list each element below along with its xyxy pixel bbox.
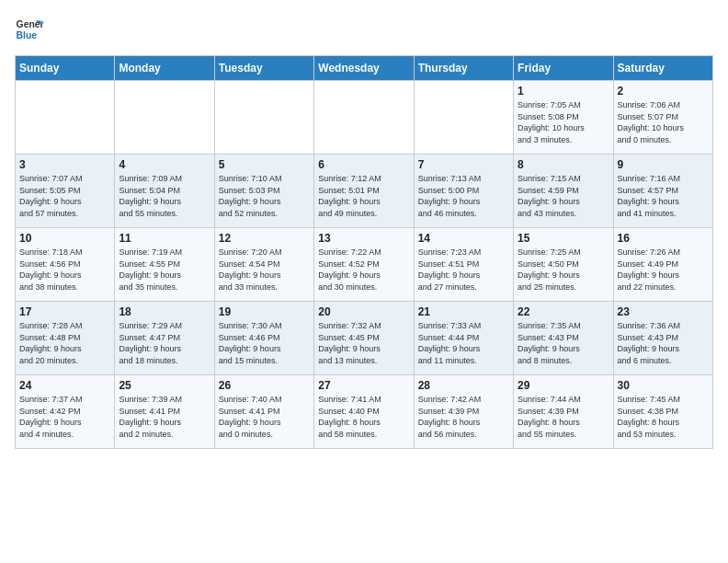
logo-icon: General Blue — [15, 15, 44, 44]
day-number: 20 — [318, 305, 409, 318]
day-number: 28 — [418, 379, 509, 392]
day-number: 21 — [418, 305, 509, 318]
svg-text:Blue: Blue — [17, 30, 38, 40]
day-info: Sunrise: 7:30 AM Sunset: 4:46 PM Dayligh… — [219, 320, 310, 366]
calendar-day-cell: 12Sunrise: 7:20 AM Sunset: 4:54 PM Dayli… — [214, 228, 313, 302]
column-header-sunday: Sunday — [16, 56, 115, 81]
column-header-friday: Friday — [514, 56, 613, 81]
day-info: Sunrise: 7:06 AM Sunset: 5:07 PM Dayligh… — [618, 99, 709, 145]
column-header-wednesday: Wednesday — [314, 56, 414, 81]
calendar-day-cell: 22Sunrise: 7:35 AM Sunset: 4:43 PM Dayli… — [514, 302, 613, 375]
day-number: 29 — [518, 379, 609, 392]
calendar-day-cell: 28Sunrise: 7:42 AM Sunset: 4:39 PM Dayli… — [414, 375, 513, 449]
day-info: Sunrise: 7:29 AM Sunset: 4:47 PM Dayligh… — [119, 320, 210, 366]
calendar-day-cell: 30Sunrise: 7:45 AM Sunset: 4:38 PM Dayli… — [613, 375, 712, 449]
calendar-day-cell — [214, 81, 313, 155]
day-number: 4 — [119, 158, 210, 171]
day-number: 22 — [518, 305, 609, 318]
day-number: 26 — [219, 379, 310, 392]
day-info: Sunrise: 7:40 AM Sunset: 4:41 PM Dayligh… — [219, 394, 310, 440]
day-info: Sunrise: 7:20 AM Sunset: 4:54 PM Dayligh… — [219, 247, 310, 293]
day-info: Sunrise: 7:19 AM Sunset: 4:55 PM Dayligh… — [119, 247, 210, 293]
day-info: Sunrise: 7:35 AM Sunset: 4:43 PM Dayligh… — [518, 320, 609, 366]
calendar-day-cell: 5Sunrise: 7:10 AM Sunset: 5:03 PM Daylig… — [214, 155, 313, 228]
column-header-tuesday: Tuesday — [214, 56, 313, 81]
calendar-day-cell: 10Sunrise: 7:18 AM Sunset: 4:56 PM Dayli… — [16, 228, 115, 302]
day-number: 12 — [219, 232, 310, 245]
column-header-saturday: Saturday — [613, 56, 712, 81]
calendar-day-cell: 4Sunrise: 7:09 AM Sunset: 5:04 PM Daylig… — [115, 155, 214, 228]
calendar-week-row: 3Sunrise: 7:07 AM Sunset: 5:05 PM Daylig… — [16, 155, 713, 228]
calendar-day-cell: 21Sunrise: 7:33 AM Sunset: 4:44 PM Dayli… — [414, 302, 513, 375]
day-info: Sunrise: 7:05 AM Sunset: 5:08 PM Dayligh… — [518, 99, 609, 145]
day-number: 9 — [618, 158, 709, 171]
day-info: Sunrise: 7:22 AM Sunset: 4:52 PM Dayligh… — [318, 247, 409, 293]
day-info: Sunrise: 7:41 AM Sunset: 4:40 PM Dayligh… — [318, 394, 409, 440]
calendar-day-cell: 8Sunrise: 7:15 AM Sunset: 4:59 PM Daylig… — [514, 155, 613, 228]
day-info: Sunrise: 7:09 AM Sunset: 5:04 PM Dayligh… — [119, 173, 210, 219]
day-number: 24 — [19, 379, 110, 392]
day-number: 25 — [119, 379, 210, 392]
day-info: Sunrise: 7:10 AM Sunset: 5:03 PM Dayligh… — [219, 173, 310, 219]
calendar-day-cell: 24Sunrise: 7:37 AM Sunset: 4:42 PM Dayli… — [16, 375, 115, 449]
day-number: 11 — [119, 232, 210, 245]
day-info: Sunrise: 7:23 AM Sunset: 4:51 PM Dayligh… — [418, 247, 509, 293]
header: General Blue — [15, 15, 713, 44]
day-info: Sunrise: 7:37 AM Sunset: 4:42 PM Dayligh… — [19, 394, 110, 440]
calendar-day-cell: 18Sunrise: 7:29 AM Sunset: 4:47 PM Dayli… — [115, 302, 214, 375]
calendar-day-cell — [16, 81, 115, 155]
day-info: Sunrise: 7:45 AM Sunset: 4:38 PM Dayligh… — [618, 394, 709, 440]
calendar-day-cell: 2Sunrise: 7:06 AM Sunset: 5:07 PM Daylig… — [613, 81, 712, 155]
day-info: Sunrise: 7:16 AM Sunset: 4:57 PM Dayligh… — [618, 173, 709, 219]
calendar-day-cell: 19Sunrise: 7:30 AM Sunset: 4:46 PM Dayli… — [214, 302, 313, 375]
calendar-day-cell: 20Sunrise: 7:32 AM Sunset: 4:45 PM Dayli… — [314, 302, 414, 375]
calendar-day-cell: 23Sunrise: 7:36 AM Sunset: 4:43 PM Dayli… — [613, 302, 712, 375]
calendar-day-cell: 25Sunrise: 7:39 AM Sunset: 4:41 PM Dayli… — [115, 375, 214, 449]
day-info: Sunrise: 7:33 AM Sunset: 4:44 PM Dayligh… — [418, 320, 509, 366]
day-number: 7 — [418, 158, 509, 171]
calendar-day-cell: 6Sunrise: 7:12 AM Sunset: 5:01 PM Daylig… — [314, 155, 414, 228]
day-number: 16 — [618, 232, 709, 245]
calendar-week-row: 1Sunrise: 7:05 AM Sunset: 5:08 PM Daylig… — [16, 81, 713, 155]
day-info: Sunrise: 7:12 AM Sunset: 5:01 PM Dayligh… — [318, 173, 409, 219]
day-info: Sunrise: 7:42 AM Sunset: 4:39 PM Dayligh… — [418, 394, 509, 440]
calendar-day-cell: 29Sunrise: 7:44 AM Sunset: 4:39 PM Dayli… — [514, 375, 613, 449]
day-number: 3 — [19, 158, 110, 171]
day-number: 8 — [518, 158, 609, 171]
calendar-day-cell: 26Sunrise: 7:40 AM Sunset: 4:41 PM Dayli… — [214, 375, 313, 449]
calendar-week-row: 17Sunrise: 7:28 AM Sunset: 4:48 PM Dayli… — [16, 302, 713, 375]
calendar-day-cell: 11Sunrise: 7:19 AM Sunset: 4:55 PM Dayli… — [115, 228, 214, 302]
calendar-day-cell: 17Sunrise: 7:28 AM Sunset: 4:48 PM Dayli… — [16, 302, 115, 375]
calendar-day-cell — [314, 81, 414, 155]
column-header-monday: Monday — [115, 56, 214, 81]
day-info: Sunrise: 7:07 AM Sunset: 5:05 PM Dayligh… — [19, 173, 110, 219]
day-number: 19 — [219, 305, 310, 318]
day-number: 6 — [318, 158, 409, 171]
calendar-day-cell: 3Sunrise: 7:07 AM Sunset: 5:05 PM Daylig… — [16, 155, 115, 228]
calendar-week-row: 10Sunrise: 7:18 AM Sunset: 4:56 PM Dayli… — [16, 228, 713, 302]
calendar-day-cell: 14Sunrise: 7:23 AM Sunset: 4:51 PM Dayli… — [414, 228, 513, 302]
day-number: 30 — [618, 379, 709, 392]
day-number: 27 — [318, 379, 409, 392]
day-info: Sunrise: 7:28 AM Sunset: 4:48 PM Dayligh… — [19, 320, 110, 366]
day-number: 18 — [119, 305, 210, 318]
day-number: 14 — [418, 232, 509, 245]
day-info: Sunrise: 7:18 AM Sunset: 4:56 PM Dayligh… — [19, 247, 110, 293]
logo: General Blue — [15, 15, 44, 44]
day-number: 17 — [19, 305, 110, 318]
calendar-day-cell: 9Sunrise: 7:16 AM Sunset: 4:57 PM Daylig… — [613, 155, 712, 228]
calendar-day-cell: 27Sunrise: 7:41 AM Sunset: 4:40 PM Dayli… — [314, 375, 414, 449]
day-info: Sunrise: 7:26 AM Sunset: 4:49 PM Dayligh… — [618, 247, 709, 293]
calendar-day-cell: 16Sunrise: 7:26 AM Sunset: 4:49 PM Dayli… — [613, 228, 712, 302]
day-number: 13 — [318, 232, 409, 245]
day-number: 2 — [618, 85, 709, 98]
day-number: 15 — [518, 232, 609, 245]
day-info: Sunrise: 7:25 AM Sunset: 4:50 PM Dayligh… — [518, 247, 609, 293]
day-info: Sunrise: 7:15 AM Sunset: 4:59 PM Dayligh… — [518, 173, 609, 219]
day-number: 23 — [618, 305, 709, 318]
calendar-day-cell: 1Sunrise: 7:05 AM Sunset: 5:08 PM Daylig… — [514, 81, 613, 155]
day-info: Sunrise: 7:44 AM Sunset: 4:39 PM Dayligh… — [518, 394, 609, 440]
day-number: 1 — [518, 85, 609, 98]
day-info: Sunrise: 7:36 AM Sunset: 4:43 PM Dayligh… — [618, 320, 709, 366]
calendar-day-cell — [115, 81, 214, 155]
